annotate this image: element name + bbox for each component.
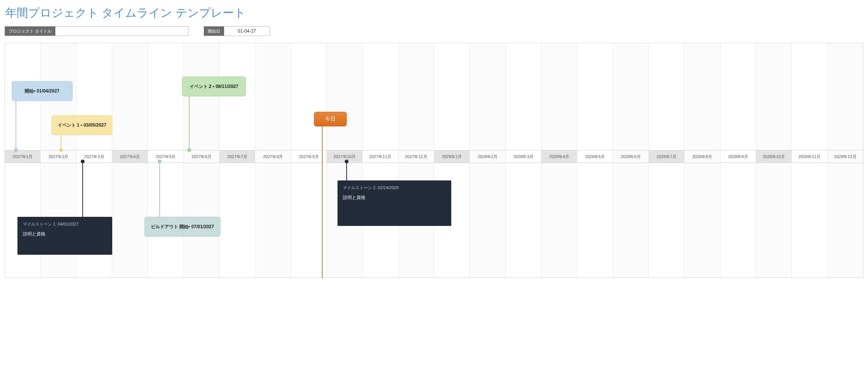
page-title: 年間プロジェクト タイムライン テンプレート <box>5 5 863 21</box>
start-date-label: 開始日 <box>204 27 224 36</box>
milestone1-body: 説明と資格 <box>23 231 107 237</box>
timeline: 2027年1月2027年2月2027年3月2027年4月2027年5月2027年… <box>5 43 863 278</box>
axis-label: 2028年6月 <box>613 150 649 163</box>
event-callout-event2[interactable]: イベント 2 • 08/11/2027 <box>182 77 246 96</box>
axis-label: 2027年7月 <box>220 150 255 163</box>
axis-label: 2028年9月 <box>720 150 756 163</box>
axis-label: 2027年9月 <box>291 150 327 163</box>
axis-label: 2028年7月 <box>649 150 684 163</box>
axis-label: 2027年4月 <box>112 150 148 163</box>
milestone2-body: 説明と資格 <box>343 194 446 201</box>
axis-label: 2028年2月 <box>470 150 505 163</box>
milestone2-title: マイルストーン 2: 02/24/2028 <box>343 185 446 191</box>
buildout-callout[interactable]: ビルドアウト 開始• 07/01/2027 <box>144 217 220 237</box>
axis-label: 2027年10月 <box>327 150 363 163</box>
axis-label: 2028年12月 <box>828 150 863 163</box>
start-date-field: 開始日 01-04-27 <box>204 26 270 36</box>
axis-label: 2027年6月 <box>184 150 220 163</box>
milestone1-title: マイルストーン 1: 04/01/2027 <box>23 221 107 227</box>
axis-label: 2028年1月 <box>434 150 470 163</box>
event-callout-start[interactable]: 開始• 01/04/2027 <box>12 81 72 101</box>
event-label: イベント 1 • 03/05/2027 <box>58 122 107 129</box>
axis-label: 2027年5月 <box>148 150 184 163</box>
axis-label: 2027年1月 <box>5 150 41 163</box>
axis-label: 2028年8月 <box>684 150 720 163</box>
today-label: 今日 <box>325 116 336 122</box>
event-label: イベント 2 • 08/11/2027 <box>190 83 239 90</box>
today-badge[interactable]: 今日 <box>314 112 347 126</box>
axis-label: 2028年10月 <box>756 150 792 163</box>
axis-label: 2027年8月 <box>255 150 291 163</box>
header-row: プロジェクト タイトル 開始日 01-04-27 <box>5 26 863 36</box>
project-title-field: プロジェクト タイトル <box>5 26 188 36</box>
milestone2-box[interactable]: マイルストーン 2: 02/24/2028 説明と資格 <box>337 180 451 226</box>
axis-label: 2028年4月 <box>542 150 577 163</box>
axis-label: 2028年5月 <box>577 150 613 163</box>
axis-label: 2027年11月 <box>363 150 398 163</box>
axis-band: 2027年1月2027年2月2027年3月2027年4月2027年5月2027年… <box>5 150 863 163</box>
project-title-input[interactable] <box>55 27 188 36</box>
axis-label: 2027年3月 <box>77 150 112 163</box>
axis-label: 2027年2月 <box>41 150 76 163</box>
axis-label: 2027年12月 <box>399 150 434 163</box>
project-title-label: プロジェクト タイトル <box>5 27 55 36</box>
axis-label: 2028年3月 <box>506 150 542 163</box>
milestone1-box[interactable]: マイルストーン 1: 04/01/2027 説明と資格 <box>17 217 112 255</box>
event-label: 開始• 01/04/2027 <box>25 88 60 94</box>
start-date-input[interactable]: 01-04-27 <box>224 27 270 36</box>
axis-label: 2028年11月 <box>792 150 827 163</box>
event-label: ビルドアウト 開始• 07/01/2027 <box>151 224 214 230</box>
event-callout-event1[interactable]: イベント 1 • 03/05/2027 <box>52 115 112 135</box>
